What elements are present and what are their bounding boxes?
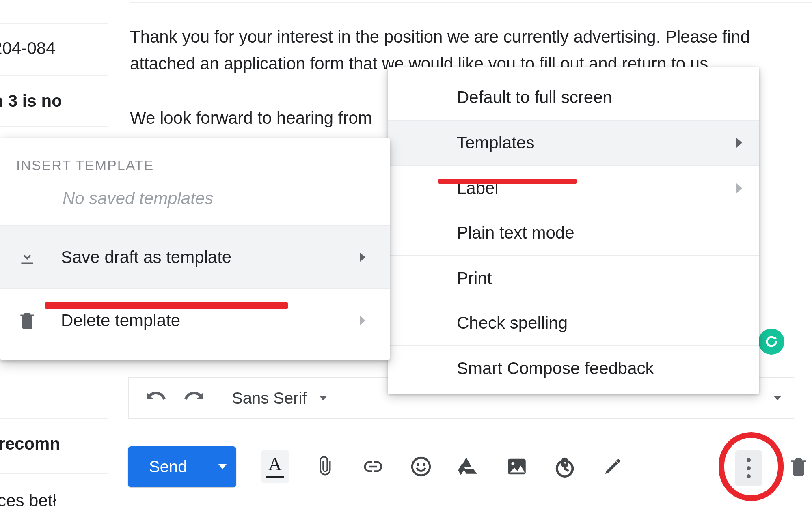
inbox-row-snippet-1: er #204-084 — [0, 39, 56, 58]
insert-drive-file-button[interactable] — [457, 455, 481, 478]
font-family-label: Sans Serif — [232, 389, 307, 407]
menu-item-label: Check spelling — [457, 313, 568, 333]
chevron-right-icon — [736, 138, 742, 148]
menu-plain-text-mode[interactable]: Plain text mode — [388, 211, 759, 255]
confidential-mode-button[interactable] — [553, 455, 577, 478]
insert-photo-button[interactable] — [505, 455, 529, 478]
inbox-row-snippet-4: erences betł — [0, 491, 56, 510]
menu-item-label: Templates — [457, 133, 534, 153]
menu-default-full-screen[interactable]: Default to full screen — [388, 75, 759, 120]
grammarly-icon[interactable] — [758, 329, 784, 355]
delete-template[interactable]: Delete template — [0, 289, 390, 352]
svg-point-2 — [423, 463, 425, 466]
inbox-row-snippet-3: e to recomn — [0, 434, 60, 454]
trash-icon — [17, 310, 37, 331]
chevron-right-icon — [360, 316, 365, 325]
menu-item-label: Smart Compose feedback — [457, 359, 654, 378]
insert-signature-button[interactable] — [601, 455, 624, 478]
download-icon — [17, 247, 37, 267]
save-draft-as-template[interactable]: Save draft as template — [0, 226, 390, 288]
compose-divider — [130, 2, 812, 3]
menu-item-label: Delete template — [61, 311, 180, 330]
menu-label[interactable]: Label — [388, 166, 759, 211]
menu-check-spelling[interactable]: Check spelling — [388, 301, 759, 345]
send-button-label: Send — [128, 446, 208, 487]
chevron-right-icon — [736, 183, 742, 193]
compose-action-row: Send A — [128, 442, 812, 491]
menu-smart-compose-feedback[interactable]: Smart Compose feedback — [388, 346, 759, 391]
redo-button[interactable] — [183, 387, 205, 409]
font-family-dropdown[interactable]: Sans Serif — [232, 389, 327, 407]
menu-item-label: Default to full screen — [457, 88, 612, 107]
send-button[interactable]: Send — [128, 446, 236, 487]
more-vertical-icon — [747, 458, 751, 478]
svg-point-4 — [512, 462, 515, 465]
undo-button[interactable] — [145, 387, 167, 409]
svg-point-0 — [412, 458, 430, 476]
send-options-dropdown[interactable] — [208, 446, 236, 487]
more-options-button[interactable] — [735, 450, 762, 486]
annotation-underline — [45, 302, 288, 309]
templates-submenu: INSERT TEMPLATE No saved templates Save … — [0, 138, 390, 360]
menu-item-label: Print — [457, 269, 492, 288]
insert-link-button[interactable] — [361, 455, 385, 478]
menu-item-label: Plain text mode — [457, 223, 574, 243]
chevron-down-icon — [319, 396, 327, 400]
menu-item-label: Save draft as template — [61, 247, 231, 267]
text-format-icon: A — [268, 455, 282, 473]
svg-point-1 — [417, 463, 420, 466]
menu-templates[interactable]: Templates — [388, 121, 759, 165]
more-options-menu: Default to full screen Templates Label P… — [388, 67, 759, 394]
menu-print[interactable]: Print — [388, 256, 759, 301]
chevron-right-icon — [360, 253, 365, 262]
insert-template-header: INSERT TEMPLATE — [0, 151, 390, 186]
insert-emoji-button[interactable] — [409, 455, 433, 478]
annotation-underline — [438, 179, 577, 184]
inbox-row-snippet-2: ason 3 is no — [0, 91, 62, 111]
attach-file-button[interactable] — [313, 455, 337, 478]
toolbar-overflow-icon[interactable] — [773, 396, 782, 400]
no-saved-templates-text: No saved templates — [0, 186, 390, 225]
formatting-options-button[interactable]: A — [261, 450, 289, 483]
chevron-down-icon — [218, 464, 227, 469]
